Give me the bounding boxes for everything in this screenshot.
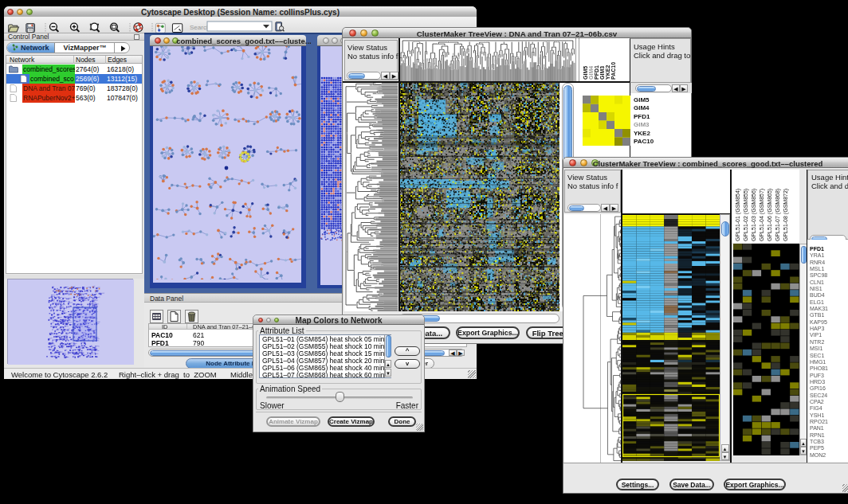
svg-text:YKE2: YKE2 xyxy=(605,65,610,80)
svg-text:PAC10: PAC10 xyxy=(610,62,616,80)
svg-text:GIM5: GIM5 xyxy=(583,66,588,80)
svg-text:GIM4: GIM4 xyxy=(588,66,594,80)
svg-text:GPL51-01 (GSM854): GPL51-01 (GSM854) xyxy=(735,189,741,241)
svg-text:GPL51-08 (GSM872): GPL51-08 (GSM872) xyxy=(783,189,789,241)
svg-text:GPL51-06 (GSM865): GPL51-06 (GSM865) xyxy=(767,189,773,241)
svg-text:GPL51-07 (GSM868): GPL51-07 (GSM868) xyxy=(775,189,781,241)
svg-text:PFD1: PFD1 xyxy=(594,65,599,80)
svg-text:GPL51-03 (GSM856): GPL51-03 (GSM856) xyxy=(751,189,757,241)
svg-text:GIM3: GIM3 xyxy=(599,66,605,80)
svg-text:GPL51-02 (GSM855): GPL51-02 (GSM855) xyxy=(743,189,749,241)
svg-text:GPL51-04 (GSM857): GPL51-04 (GSM857) xyxy=(759,189,765,241)
